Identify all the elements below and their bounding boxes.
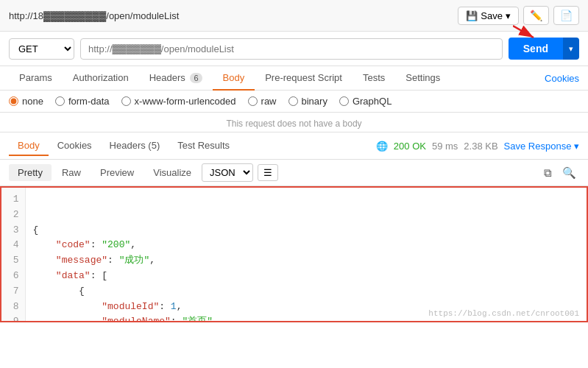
copy-icon-button[interactable]: ⧉: [541, 165, 555, 181]
response-tabs-left: Body Cookies Headers (5) Test Results: [9, 136, 238, 155]
url-input[interactable]: [80, 38, 503, 60]
rtab-test-results[interactable]: Test Results: [169, 136, 238, 156]
body-type-raw[interactable]: raw: [248, 96, 277, 107]
red-arrow-annotation: [513, 24, 542, 43]
save-button[interactable]: 💾 Save ▾: [458, 7, 519, 25]
send-group: Send ▾: [509, 38, 579, 60]
response-time: 59 ms: [432, 141, 458, 152]
format-select-group: JSON XML HTML Text ☰: [202, 163, 278, 182]
tabs-nav: Params Authorization Headers 6 Body Pre-…: [0, 66, 588, 91]
rtab-headers[interactable]: Headers (5): [101, 136, 169, 156]
body-type-form-data[interactable]: form-data: [55, 96, 110, 107]
line-number: 2: [7, 208, 19, 223]
status-ok: 200 OK: [394, 141, 426, 152]
tabs-left: Params Authorization Headers 6 Body Pre-…: [9, 66, 450, 90]
line-number: 6: [7, 269, 19, 284]
tab-headers[interactable]: Headers 6: [139, 66, 213, 91]
top-url: http://18▓▓▓▓▓▓▓▓▓/open/moduleList: [9, 10, 179, 21]
tab-authorization[interactable]: Authorization: [63, 66, 139, 91]
body-type-urlencoded[interactable]: x-www-form-urlencoded: [121, 96, 236, 107]
json-code-area: 123456789101112 { "code": "200", "messag…: [0, 186, 588, 322]
line-number: 4: [7, 238, 19, 253]
line-number: 5: [7, 253, 19, 269]
body-type-none[interactable]: none: [9, 96, 43, 107]
code-line: {: [33, 223, 579, 238]
filter-icon-button[interactable]: ☰: [258, 164, 278, 181]
request-bar: GET POST PUT DELETE Send ▾: [0, 32, 588, 66]
rtab-cookies[interactable]: Cookies: [49, 136, 101, 156]
cookies-link[interactable]: Cookies: [545, 73, 579, 84]
tab-body[interactable]: Body: [213, 66, 255, 91]
line-numbers: 123456789101112: [1, 188, 26, 321]
globe-icon: 🌐: [376, 141, 388, 152]
vtab-preview[interactable]: Preview: [91, 164, 143, 181]
tab-tests[interactable]: Tests: [353, 66, 395, 91]
save-label: Save: [481, 10, 503, 21]
method-select[interactable]: GET POST PUT DELETE: [9, 38, 74, 60]
line-number: 3: [7, 223, 19, 238]
svg-line-1: [513, 26, 534, 38]
no-body-message: This request does not have a body: [0, 113, 588, 132]
view-tabs-row: Pretty Raw Preview Visualize JSON XML HT…: [0, 160, 588, 186]
search-icon-button[interactable]: 🔍: [559, 165, 579, 181]
line-number: 9: [7, 314, 19, 322]
response-tabs-bar: Body Cookies Headers (5) Test Results 🌐 …: [0, 132, 588, 160]
watermark: https://blog.csdn.net/cnroot001: [428, 309, 579, 318]
top-actions: 💾 Save ▾ ✏️ 📄: [458, 6, 579, 25]
body-type-row: none form-data x-www-form-urlencoded raw…: [0, 91, 588, 113]
tab-params[interactable]: Params: [9, 66, 63, 91]
vtab-raw[interactable]: Raw: [53, 164, 90, 181]
response-size: 2.38 KB: [464, 141, 497, 152]
vtab-visualize[interactable]: Visualize: [144, 164, 200, 181]
body-type-graphql[interactable]: GraphQL: [339, 96, 392, 107]
code-line: "message": "成功",: [33, 253, 579, 269]
line-number: 1: [7, 192, 19, 208]
vtab-pretty[interactable]: Pretty: [9, 164, 52, 181]
save-dropdown-icon: ▾: [506, 10, 511, 21]
code-line: "code": "200",: [33, 238, 579, 253]
format-select[interactable]: JSON XML HTML Text: [202, 163, 253, 182]
body-type-binary[interactable]: binary: [288, 96, 327, 107]
save-response-button[interactable]: Save Response ▾: [504, 141, 579, 152]
line-number: 7: [7, 284, 19, 300]
edit-icon-button[interactable]: ✏️: [523, 6, 549, 25]
save-icon: 💾: [466, 10, 478, 21]
top-bar: http://18▓▓▓▓▓▓▓▓▓/open/moduleList 💾 Sav…: [0, 0, 588, 32]
docs-icon-button[interactable]: 📄: [553, 6, 579, 25]
tab-settings[interactable]: Settings: [395, 66, 450, 91]
view-tabs-right: ⧉ 🔍: [541, 165, 579, 181]
send-dropdown-button[interactable]: ▾: [563, 38, 579, 60]
code-line: {: [33, 284, 579, 300]
rtab-body[interactable]: Body: [9, 136, 49, 156]
response-meta: 🌐 200 OK 59 ms 2.38 KB Save Response ▾: [376, 141, 579, 152]
code-line: "data": [: [33, 269, 579, 284]
tab-pre-request-script[interactable]: Pre-request Script: [255, 66, 353, 91]
line-number: 8: [7, 300, 19, 315]
code-content: { "code": "200", "message": "成功", "data"…: [26, 188, 587, 321]
view-tabs-left: Pretty Raw Preview Visualize JSON XML HT…: [9, 163, 278, 182]
